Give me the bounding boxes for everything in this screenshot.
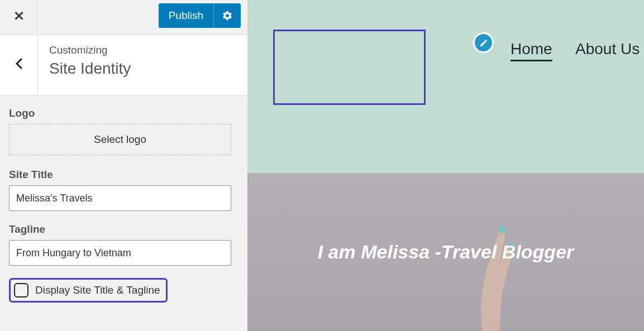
select-logo-button[interactable]: Select logo <box>9 124 231 155</box>
logo-label: Logo <box>9 107 238 119</box>
chevron-left-icon <box>15 57 23 73</box>
close-icon: ✕ <box>13 8 25 24</box>
logo-placeholder[interactable] <box>273 30 426 105</box>
back-button[interactable] <box>0 35 38 95</box>
display-title-tagline-control: Display Site Title & Tagline <box>9 278 168 303</box>
publish-wrap: Publish <box>159 3 241 28</box>
hero-overlay: I am Melissa -Travel Blogger <box>247 173 644 331</box>
close-button[interactable]: ✕ <box>0 0 38 32</box>
tagline-label: Tagline <box>9 223 238 236</box>
section-header: Customizing Site Identity <box>0 35 247 96</box>
edit-shortcut-button[interactable] <box>473 32 494 53</box>
tagline-input[interactable] <box>9 240 231 266</box>
publish-button[interactable]: Publish <box>159 3 241 28</box>
site-preview: Home About Us I am Melissa -Travel Blogg… <box>247 0 644 331</box>
publish-label: Publish <box>159 3 214 28</box>
display-title-tagline-label: Display Site Title & Tagline <box>35 284 160 296</box>
top-actions-bar: ✕ Publish <box>0 0 247 32</box>
customizer-sidebar: ✕ Publish Customizing Site Identity Logo… <box>0 0 247 331</box>
display-title-tagline-checkbox[interactable] <box>14 283 28 298</box>
site-title-input[interactable] <box>9 185 231 211</box>
nav-link-about[interactable]: About Us <box>575 40 640 58</box>
section-title: Site Identity <box>49 60 131 78</box>
nav-link-home[interactable]: Home <box>511 40 552 61</box>
pencil-icon <box>479 39 488 47</box>
hero-title: I am Melissa -Travel Blogger <box>318 241 574 263</box>
customizing-label: Customizing <box>49 44 131 56</box>
settings-gear-icon[interactable] <box>214 3 241 28</box>
select-logo-text: Select logo <box>94 133 146 146</box>
controls-area: Logo Select logo Site Title Tagline Disp… <box>0 96 247 331</box>
header-titles: Customizing Site Identity <box>38 35 142 95</box>
hero-section: I am Melissa -Travel Blogger <box>247 173 644 331</box>
site-title-label: Site Title <box>9 169 238 181</box>
